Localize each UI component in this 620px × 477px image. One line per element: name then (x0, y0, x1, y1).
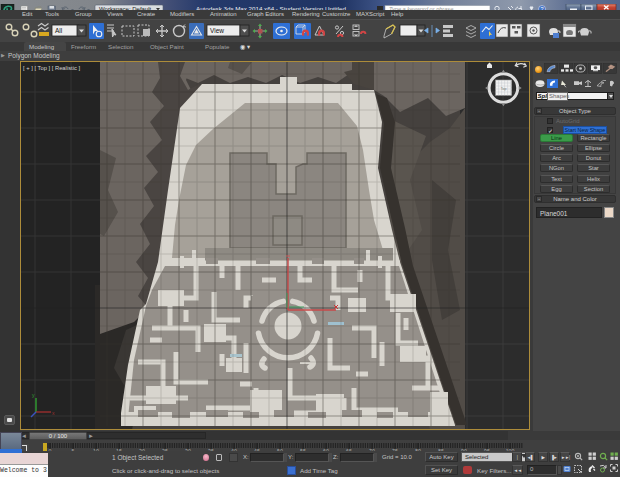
svg-text:All: All (55, 27, 63, 34)
svg-text:[ + ] [ Top ] [ Realistic ]: [ + ] [ Top ] [ Realistic ] (23, 65, 80, 71)
svg-text:View: View (210, 27, 224, 34)
svg-text:Top: Top (501, 87, 507, 91)
